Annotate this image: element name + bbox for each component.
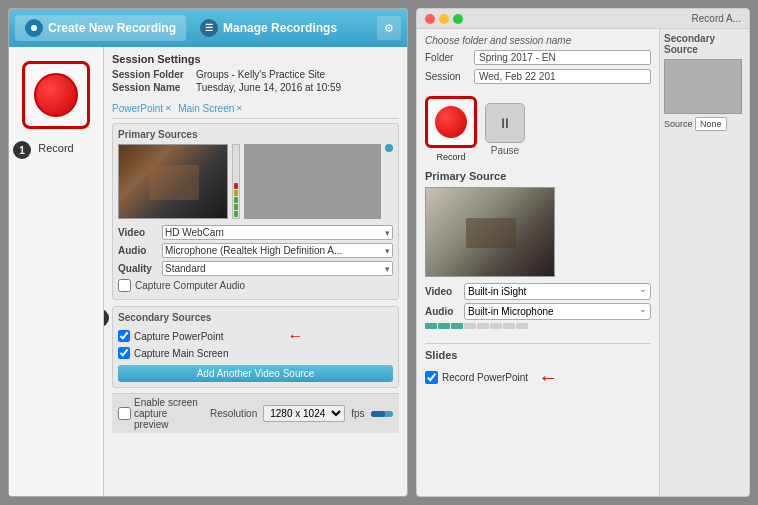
folder-value: Spring 2017 - EN [474, 50, 651, 65]
session-name-label: Session Name [112, 82, 192, 93]
session-settings-title: Session Settings [112, 53, 399, 65]
alb-2 [438, 323, 450, 329]
add-source-button[interactable]: Add Another Video Source [118, 365, 393, 382]
video-field-label: Video [118, 227, 158, 238]
record-ppt-checkbox[interactable] [425, 371, 438, 384]
traffic-lights [425, 14, 463, 24]
right-record-label: Record [436, 152, 465, 162]
step-2-badge: 2 [104, 309, 109, 327]
record-label: Record [38, 142, 73, 154]
secondary-sources-section: 2 Secondary Sources Capture PowerPoint ←… [112, 306, 399, 388]
right-audio-select[interactable]: Built-in Microphone [464, 303, 651, 320]
video-field-row: Video HD WebCam [118, 225, 393, 240]
tab-create-new-recording[interactable]: Create New Recording [15, 15, 186, 41]
right-record-button[interactable] [425, 96, 477, 148]
tab-main-screen[interactable]: Main Screen ✕ [178, 103, 243, 114]
audio-select[interactable]: Microphone (Realtek High Definition A... [162, 243, 393, 258]
right-video-thumbnail [425, 187, 555, 277]
main-content: Create New Recording ☰ Manage Recordings… [8, 8, 750, 497]
video-select[interactable]: HD WebCam [162, 225, 393, 240]
right-video-select-wrapper: Built-in iSight [464, 283, 651, 300]
capture-ppt-row: Capture PowerPoint ← [118, 327, 393, 345]
right-video-row: Video Built-in iSight [425, 283, 651, 300]
video-preview-area [118, 144, 393, 219]
blue-dot-indicator [385, 144, 393, 152]
session-label: Session [425, 71, 470, 82]
primary-sources-title: Primary Sources [118, 129, 393, 140]
audio-field-row: Audio Microphone (Realtek High Definitio… [118, 243, 393, 258]
folder-row: Folder Spring 2017 - EN [425, 50, 651, 65]
bottom-bar: Enable screen capture preview Resolution… [112, 393, 399, 433]
secondary-source-title: Secondary Source [664, 33, 745, 55]
primary-sources-section: Primary Sources [112, 123, 399, 300]
alb-7 [503, 323, 515, 329]
capture-computer-audio-label: Capture Computer Audio [135, 280, 245, 291]
right-header: Record A... [417, 9, 749, 29]
screen-capture-preview-checkbox[interactable] [118, 407, 131, 420]
powerpoint-tab-close[interactable]: ✕ [165, 104, 172, 113]
fps-label: fps [351, 408, 364, 419]
quality-field-label: Quality [118, 263, 158, 274]
audio-field-label: Audio [118, 245, 158, 256]
fps-slider[interactable] [371, 411, 393, 417]
camera-icon [25, 19, 43, 37]
secondary-source-preview [664, 59, 742, 114]
pause-button[interactable]: ⏸ [485, 103, 525, 143]
capture-main-screen-checkbox[interactable] [118, 347, 130, 359]
quality-select-wrapper: Standard [162, 261, 393, 276]
right-video-select[interactable]: Built-in iSight [464, 283, 651, 300]
session-folder-label: Session Folder [112, 69, 192, 80]
record-button[interactable] [22, 61, 90, 129]
main-screen-tab-close[interactable]: ✕ [236, 104, 243, 113]
vol-seg-green2 [234, 204, 238, 210]
ppt-arrow: ← [288, 327, 304, 345]
settings-button[interactable]: ⚙ [377, 16, 401, 40]
alb-6 [490, 323, 502, 329]
left-body: 1 Record Session Settings Session Folder [9, 47, 407, 496]
session-row: Session Wed, Feb 22 201 [425, 69, 651, 84]
slides-section: Slides Record PowerPoint ← [425, 343, 651, 389]
resolution-select[interactable]: 1280 x 1024 [263, 405, 345, 422]
traffic-light-red[interactable] [425, 14, 435, 24]
source-value: None [695, 117, 727, 131]
quality-field-row: Quality Standard [118, 261, 393, 276]
capture-computer-audio-row: Capture Computer Audio [118, 279, 393, 292]
session-name-row: Session Name Tuesday, June 14, 2016 at 1… [112, 82, 399, 93]
capture-ppt-label: Capture PowerPoint [134, 331, 224, 342]
traffic-light-yellow[interactable] [439, 14, 449, 24]
main-column: Session Settings Session Folder Groups -… [104, 47, 407, 496]
right-main-col: Choose folder and session name Folder Sp… [417, 29, 659, 496]
tab-manage-recordings[interactable]: ☰ Manage Recordings [190, 15, 347, 41]
list-icon: ☰ [200, 19, 218, 37]
pause-col: ⏸ Pause [485, 103, 525, 156]
right-panel: Record A... Choose folder and session na… [416, 8, 750, 497]
session-settings: Session Settings Session Folder Groups -… [112, 53, 399, 95]
source-label-row: Source None [664, 117, 745, 131]
step-1-badge: 1 [13, 141, 31, 159]
video-select-wrapper: HD WebCam [162, 225, 393, 240]
app-wrapper: Create New Recording ☰ Manage Recordings… [0, 0, 758, 505]
choose-folder-label: Choose folder and session name [425, 35, 651, 46]
tab-powerpoint[interactable]: PowerPoint ✕ [112, 103, 172, 114]
session-value: Wed, Feb 22 201 [474, 69, 651, 84]
right-audio-row: Audio Built-in Microphone [425, 303, 651, 320]
screen-capture-preview-label: Enable screen capture preview [134, 397, 204, 430]
vol-seg-red [234, 183, 238, 189]
slides-title: Slides [425, 343, 651, 361]
sources-tabs: PowerPoint ✕ Main Screen ✕ [112, 103, 399, 119]
record-ppt-label: Record PowerPoint [442, 372, 528, 383]
primary-source-section: Primary Source Video Built-in iSight [425, 170, 651, 335]
capture-computer-audio-checkbox[interactable] [118, 279, 131, 292]
audio-level-bar [425, 323, 651, 329]
right-body: Choose folder and session name Folder Sp… [417, 29, 749, 496]
screen-preview-thumb [244, 144, 381, 219]
alb-4 [464, 323, 476, 329]
quality-select[interactable]: Standard [162, 261, 393, 276]
vol-seg-yellow [234, 190, 238, 196]
capture-main-screen-row: Capture Main Screen [118, 347, 393, 359]
record-ppt-row: Record PowerPoint ← [425, 366, 651, 389]
screen-enable-row: Enable screen capture preview [118, 397, 204, 430]
capture-ppt-checkbox[interactable] [118, 330, 130, 342]
traffic-light-green[interactable] [453, 14, 463, 24]
secondary-sources-title: Secondary Sources [118, 312, 393, 323]
